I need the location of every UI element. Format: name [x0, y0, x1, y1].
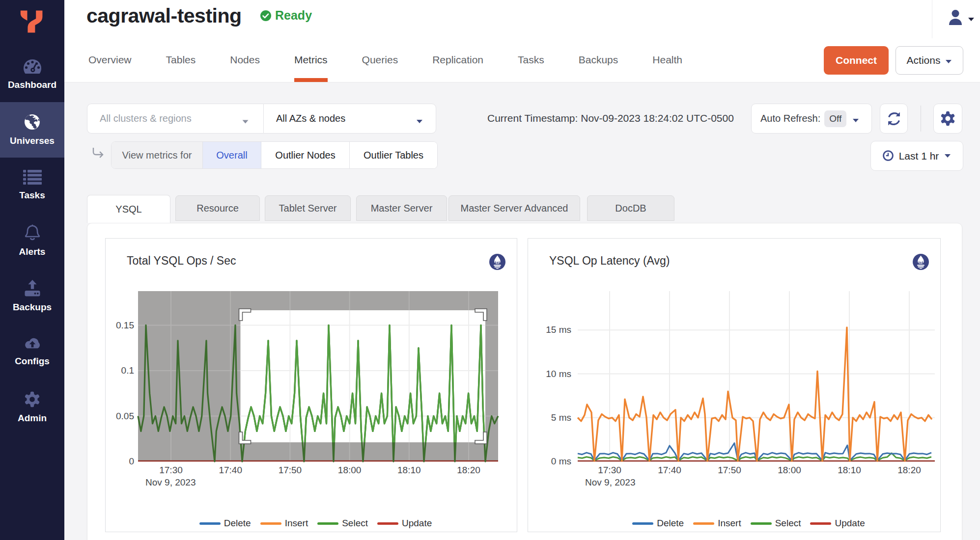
svg-text:10 ms: 10 ms	[546, 369, 571, 379]
svg-text:18:00: 18:00	[778, 465, 801, 475]
svg-text:0: 0	[129, 456, 134, 466]
svg-text:0.1: 0.1	[121, 365, 134, 376]
svg-text:18:10: 18:10	[838, 465, 861, 475]
svg-text:18:10: 18:10	[397, 465, 421, 475]
svg-text:0.15: 0.15	[116, 320, 134, 330]
svg-text:18:20: 18:20	[457, 465, 480, 475]
svg-text:17:30: 17:30	[159, 465, 183, 475]
svg-text:17:50: 17:50	[718, 465, 741, 475]
svg-text:Nov 9, 2023: Nov 9, 2023	[145, 477, 196, 487]
svg-text:17:40: 17:40	[219, 465, 242, 475]
svg-text:5 ms: 5 ms	[551, 412, 571, 423]
svg-text:0.05: 0.05	[116, 411, 134, 421]
svg-text:Nov 9, 2023: Nov 9, 2023	[585, 477, 635, 487]
svg-text:15 ms: 15 ms	[546, 324, 571, 335]
svg-text:17:30: 17:30	[598, 465, 621, 475]
svg-text:17:50: 17:50	[279, 465, 302, 475]
svg-text:0 ms: 0 ms	[551, 456, 571, 466]
svg-text:17:40: 17:40	[658, 465, 681, 475]
svg-text:18:20: 18:20	[897, 465, 921, 475]
svg-text:18:00: 18:00	[338, 465, 362, 475]
